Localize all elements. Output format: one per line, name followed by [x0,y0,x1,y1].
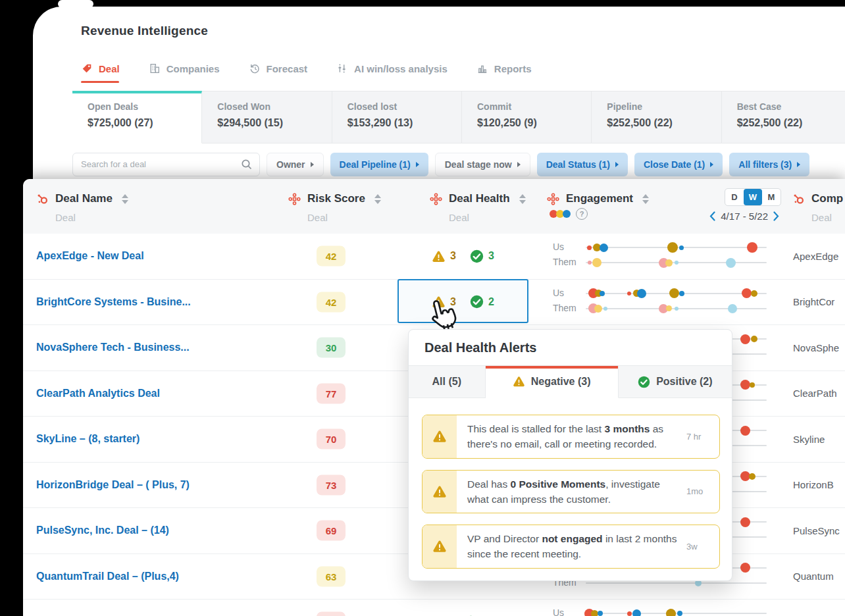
summary-card-best-case[interactable]: Best Case$252,500 (22) [722,91,845,143]
sort-arrows-icon[interactable] [519,194,526,204]
engagement-them-track [586,308,767,309]
sort-arrows-icon[interactable] [122,194,128,204]
engagement-dot [588,261,592,265]
sort-arrows-icon[interactable] [642,194,649,204]
ops-icon [547,193,559,205]
period-month[interactable]: M [762,189,781,205]
ai-winloss-icon [336,63,348,74]
company-name: Skyline [793,417,825,462]
company-name: ApexEdge [793,234,838,279]
chevron-left-icon[interactable] [709,211,715,221]
summary-card-pipeline[interactable]: Pipeline$252,500 (22) [592,91,721,143]
tab-ai-win-loss-analysis[interactable]: AI win/loss analysis [336,63,448,74]
engagement-dot [740,426,750,436]
period-week[interactable]: W [744,189,762,205]
tab-companies[interactable]: Companies [149,63,220,74]
risk-score-badge: 70 [317,429,346,449]
sort-arrows-icon[interactable] [374,194,381,204]
column-sublabel: Deal [811,212,832,223]
negative-count: 3 [450,250,456,262]
page-title: Revenue Intelligence [81,24,208,38]
card-label: Closed Won [217,101,331,112]
deal-health-cell[interactable] [432,600,482,616]
engagement-legend: ? [550,208,588,220]
table-row[interactable]: UsThem [23,600,845,616]
tab-forecast[interactable]: Forecast [249,63,308,74]
filter-chip-all-filters-3[interactable]: All filters (3) [729,153,809,176]
summary-card-open-deals[interactable]: Open Deals$725,000 (27) [72,91,202,143]
warning-icon [432,540,447,553]
popup-tab-negative-3[interactable]: Negative (3) [486,366,619,398]
deal-name-link[interactable]: PulseSync, Inc. Deal – (14) [36,508,169,553]
sort-deal-name[interactable]: Deal Name [36,192,128,205]
chip-label: Deal Status (1) [546,159,610,170]
engagement-dot [750,382,755,388]
deal-name-link[interactable]: ClearPath Analytics Deal [36,371,160,417]
sort-deal-health[interactable]: Deal Health [430,192,526,205]
deal-health-cell[interactable]: 33 [432,234,494,279]
deal-name-link[interactable]: SkyLine – (8, starter) [36,417,140,462]
risk-score-badge: 30 [317,338,346,358]
tab-reports[interactable]: Reports [476,63,532,74]
filter-chip-deal-pipeline-1[interactable]: Deal Pipeline (1) [330,153,428,176]
summary-card-commit[interactable]: Commit$120,250 (9) [462,91,592,143]
check-icon [638,376,650,388]
popup-alert-list: This deal is stalled for the last 3 mont… [409,398,732,569]
deal-icon [81,63,93,74]
search-input[interactable] [73,153,236,174]
positive-count: 3 [488,250,494,262]
summary-card-closed-won[interactable]: Closed Won$294,500 (15) [202,91,332,143]
warning-icon [432,485,447,498]
hubspot-sprocket-icon [36,193,49,205]
help-icon[interactable]: ? [576,208,588,220]
card-value: $120,250 (9) [477,117,591,129]
popup-tab-all-5[interactable]: All (5) [409,366,486,398]
filter-chips: OwnerDeal Pipeline (1)Deal stage nowDeal… [267,153,809,176]
selected-health-cell[interactable] [397,279,528,323]
chevron-right-icon[interactable] [773,211,779,221]
engagement-dot [740,380,750,390]
deal-name-link[interactable]: ApexEdge - New Deal [36,234,144,279]
column-sublabel: Deal [55,212,76,223]
ops-icon [288,193,301,205]
sort-engagement[interactable]: Engagement [547,192,649,205]
filter-chip-deal-stage-now[interactable]: Deal stage now [435,153,530,176]
engagement-them-label: Them [553,303,576,313]
deal-name-link[interactable]: QuantumTrail Deal – (Plus,4) [36,554,179,600]
deal-name-link[interactable]: BrightCore Systems - Busine... [36,280,191,325]
deal-name-link[interactable]: HorizonBridge Deal – ( Plus, 7) [36,463,190,508]
engagement-dot [740,334,750,344]
engagement-us-track [586,247,767,248]
engagement-dot [740,517,750,527]
engagement-dot [675,307,679,311]
summary-card-closed-lost[interactable]: Closed lost$153,290 (13) [332,91,462,143]
engagement-dot [627,611,632,616]
popup-tabs: All (5)Negative (3)Positive (2) [409,366,732,398]
company-name: NovaSphe [793,325,839,371]
company-name: PulseSync [793,508,840,553]
sort-company[interactable]: Comp [792,192,843,205]
chip-label: Close Date (1) [644,159,705,170]
engagement-dot [600,244,608,252]
chip-label: Deal Pipeline (1) [340,159,411,170]
popup-tab-label: Positive (2) [656,376,712,388]
deal-name-link[interactable]: NovaSphere Tech - Business... [36,325,190,371]
deal-health-alerts-popup: Deal Health Alerts All (5)Negative (3)Po… [408,329,732,581]
popup-tab-label: All (5) [432,376,461,388]
column-label: Comp [811,192,843,205]
engagement-dot [666,609,676,616]
caret-right-icon [311,162,314,167]
engagement-us-label: Us [553,288,564,298]
filter-chip-deal-status-1[interactable]: Deal Status (1) [537,153,628,176]
risk-score-badge: 42 [317,292,346,312]
sort-risk-score[interactable]: Risk Score [288,192,381,205]
filter-chip-owner[interactable]: Owner [267,153,324,176]
popup-tab-positive-2[interactable]: Positive (2) [619,366,732,398]
period-day[interactable]: D [725,189,744,205]
tab-deal[interactable]: Deal [81,63,120,74]
engagement-dot [598,611,603,616]
table-row[interactable]: ApexEdge - New Deal4233UsThemApexEdge [23,234,845,280]
caret-right-icon [517,162,521,167]
engagement-dot [667,242,678,253]
filter-chip-close-date-1[interactable]: Close Date (1) [634,153,723,176]
